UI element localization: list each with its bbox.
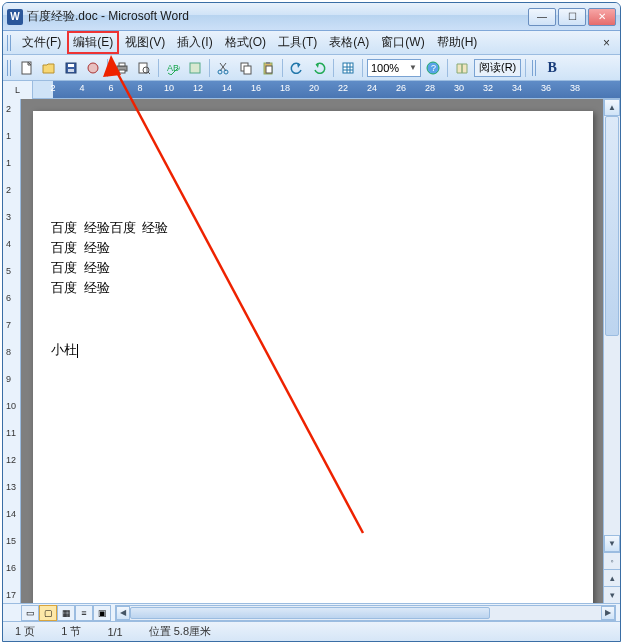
browse-object-button[interactable]: ◦ [604,552,620,569]
book-icon[interactable] [452,58,472,78]
svg-text:?: ? [431,63,436,73]
horizontal-ruler[interactable]: 2468101214161820222426283032343638 [33,81,620,98]
svg-line-10 [148,72,150,74]
app-icon: W [7,9,23,25]
read-label: 阅读(R) [479,60,516,75]
web-view-button[interactable]: ▦ [57,605,75,621]
window-buttons: — ☐ ✕ [528,8,616,26]
insert-table-button[interactable] [338,58,358,78]
status-pages: 1/1 [103,626,126,638]
menu-window[interactable]: 窗口(W) [375,31,430,54]
research-button[interactable] [185,58,205,78]
copy-button[interactable] [236,58,256,78]
svg-point-4 [88,63,98,73]
status-section: 1 节 [57,624,85,639]
menubar-grip[interactable] [7,35,13,51]
svg-rect-20 [343,63,353,73]
app-window: W 百度经验.doc - Microsoft Word — ☐ ✕ 文件(F) … [2,2,621,642]
help-button[interactable]: ? [423,58,443,78]
doc-line[interactable]: 百度 经验 [51,259,110,277]
svg-rect-16 [244,66,251,74]
toolbar-sep [525,59,526,77]
scroll-thumb[interactable] [605,116,619,336]
new-doc-button[interactable] [17,58,37,78]
status-position: 位置 5.8厘米 [145,624,215,639]
ruler-corner[interactable]: L [3,81,33,99]
titlebar: W 百度经验.doc - Microsoft Word — ☐ ✕ [3,3,620,31]
svg-text:ABC: ABC [167,63,180,73]
toolbar-grip[interactable] [7,60,13,76]
content-area: 21123456789101112131415161718 百度 经验百度 经验… [3,99,620,603]
print-preview-button[interactable] [134,58,154,78]
menu-tools[interactable]: 工具(T) [272,31,323,54]
minimize-button[interactable]: — [528,8,556,26]
prev-page-button[interactable]: ▴ [604,569,620,586]
menu-file[interactable]: 文件(F) [16,31,67,54]
toolbar-sep [158,59,159,77]
toolbar: ABC 100%▼ ? 阅读(R) B [3,55,620,81]
menu-insert[interactable]: 插入(I) [171,31,218,54]
scroll-up-button[interactable]: ▲ [604,99,620,116]
save-button[interactable] [61,58,81,78]
scroll-track[interactable] [604,116,620,535]
document-page[interactable]: 百度 经验百度 经验 百度 经验 百度 经验 百度 经验 小杜 [33,111,593,603]
svg-rect-19 [266,66,272,73]
text-cursor [77,344,78,358]
open-button[interactable] [39,58,59,78]
statusbar: 1 页 1 节 1/1 位置 5.8厘米 [3,621,620,641]
menu-view[interactable]: 视图(V) [119,31,171,54]
horizontal-scrollbar[interactable]: ◀ ▶ [115,605,616,621]
spelling-button[interactable]: ABC [163,58,183,78]
cut-button[interactable] [214,58,234,78]
toolbar-sep [282,59,283,77]
zoom-value: 100% [371,62,399,74]
read-mode-button[interactable]: 阅读(R) [474,59,521,77]
next-page-button[interactable]: ▾ [604,586,620,603]
maximize-button[interactable]: ☐ [558,8,586,26]
svg-rect-18 [266,62,270,64]
toolbar-sep [209,59,210,77]
menu-help[interactable]: 帮助(H) [431,31,484,54]
close-button[interactable]: ✕ [588,8,616,26]
vertical-scrollbar[interactable]: ▲ ▼ ◦ ▴ ▾ [603,99,620,603]
print-button[interactable] [112,58,132,78]
hscroll-thumb[interactable] [130,607,490,619]
paste-button[interactable] [258,58,278,78]
permission-button[interactable] [83,58,103,78]
bold-button[interactable]: B [542,58,562,78]
doc-cursor-text: 小杜 [51,342,77,357]
scroll-right-button[interactable]: ▶ [601,606,615,620]
menu-format[interactable]: 格式(O) [219,31,272,54]
doc-line[interactable]: 百度 经验 [51,239,110,257]
scroll-down-button[interactable]: ▼ [604,535,620,552]
redo-button[interactable] [309,58,329,78]
undo-button[interactable] [287,58,307,78]
view-buttons: ▭ ▢ ▦ ≡ ▣ [21,605,111,621]
menubar-close-icon[interactable]: × [597,36,616,50]
doc-line[interactable]: 百度 经验 [51,279,110,297]
print-layout-view-button[interactable]: ▢ [39,605,57,621]
toolbar-sep [333,59,334,77]
svg-rect-3 [68,69,74,72]
toolbar-sep [447,59,448,77]
reading-view-button[interactable]: ▣ [93,605,111,621]
page-viewport: 百度 经验百度 经验 百度 经验 百度 经验 百度 经验 小杜 [21,99,603,603]
menu-table[interactable]: 表格(A) [323,31,375,54]
scroll-left-button[interactable]: ◀ [116,606,130,620]
vertical-ruler[interactable]: 21123456789101112131415161718 [3,99,21,603]
svg-rect-7 [119,70,125,73]
doc-cursor-line[interactable]: 小杜 [51,341,78,359]
outline-view-button[interactable]: ≡ [75,605,93,621]
normal-view-button[interactable]: ▭ [21,605,39,621]
dropdown-arrow-icon: ▼ [409,63,417,72]
menu-edit[interactable]: 编辑(E) [67,31,119,54]
svg-rect-6 [119,63,125,66]
doc-line[interactable]: 百度 经验百度 经验 [51,219,168,237]
menubar: 文件(F) 编辑(E) 视图(V) 插入(I) 格式(O) 工具(T) 表格(A… [3,31,620,55]
status-page: 1 页 [11,624,39,639]
zoom-combo[interactable]: 100%▼ [367,59,421,77]
toolbar-sep [362,59,363,77]
svg-rect-2 [68,64,74,67]
toolbar-grip-2[interactable] [532,60,538,76]
ruler-row: L 2468101214161820222426283032343638 [3,81,620,99]
